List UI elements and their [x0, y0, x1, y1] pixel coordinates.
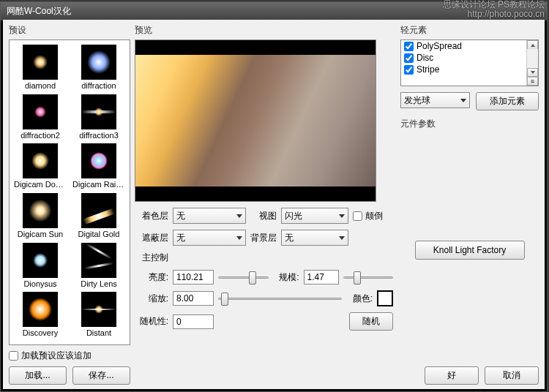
save-button[interactable]: 保存...: [72, 366, 130, 385]
element-checkbox[interactable]: [404, 65, 414, 75]
add-element-button[interactable]: 添加元素: [476, 92, 539, 110]
preview-panel: 预览 着色层 无 视图 闪光 颠倒: [135, 20, 395, 389]
element-item[interactable]: Stripe: [401, 64, 526, 75]
preset-thumb: [23, 292, 58, 327]
elements-scrollbar[interactable]: ≡: [526, 40, 538, 86]
preset-label: Digital Gold: [72, 230, 125, 238]
scroll-menu-icon[interactable]: ≡: [527, 77, 538, 86]
random-label: 随机性:: [136, 315, 168, 328]
preset-item[interactable]: Discovery: [14, 292, 67, 340]
preset-thumb: [81, 143, 116, 178]
preset-thumb: [23, 143, 58, 178]
preset-item[interactable]: Distant: [72, 292, 125, 340]
preset-thumb: [81, 193, 116, 228]
cancel-button[interactable]: 取消: [485, 366, 539, 385]
preset-label: diffraction3: [72, 131, 125, 140]
preview-viewport[interactable]: [135, 39, 376, 202]
scale-input[interactable]: 1.47: [304, 270, 339, 284]
zoom-input[interactable]: 8.00: [173, 291, 214, 306]
preset-label: diffraction2: [14, 131, 67, 140]
preset-thumb: [81, 45, 116, 80]
preset-label: Digicam Doubl...: [14, 180, 67, 189]
elements-panel: 轻元素 PolySpread Disc Stripe ≡ 发光球 添加元素 元件…: [395, 20, 545, 389]
element-checkbox[interactable]: [404, 53, 414, 63]
preset-item[interactable]: Dirty Lens: [72, 243, 125, 291]
preset-item[interactable]: Digicam Rainbo...: [72, 143, 125, 192]
presets-panel: 预设 diamonddiffractiondiffraction2diffrac…: [3, 20, 135, 389]
params-label: 元件参数: [400, 118, 539, 130]
presets-listbox[interactable]: diamonddiffractiondiffraction2diffractio…: [9, 39, 130, 345]
brightness-input[interactable]: 110.21: [173, 270, 214, 284]
preset-label: diamond: [14, 81, 67, 90]
append-preset-input[interactable]: [9, 351, 18, 361]
mask-layer-label: 遮蔽层: [136, 232, 168, 244]
append-preset-label: 加载预设应该追加: [21, 350, 92, 362]
elements-label: 轻元素: [400, 24, 539, 37]
mask-layer-select[interactable]: 无: [173, 230, 246, 246]
element-item[interactable]: PolySpread: [401, 40, 526, 52]
preset-thumb: [23, 193, 58, 228]
scale-slider[interactable]: [343, 270, 394, 284]
preset-item[interactable]: Digicam Doubl...: [14, 143, 67, 192]
ok-button[interactable]: 好: [425, 366, 479, 385]
preset-label: Distant: [72, 328, 125, 337]
watermark: 思缘设计论坛 PS教程论坛 http://photo.poco.cn: [443, 0, 545, 19]
preset-thumb: [81, 94, 116, 129]
color-swatch[interactable]: [377, 290, 393, 306]
brightness-label: 亮度:: [136, 271, 168, 284]
zoom-slider[interactable]: [218, 291, 342, 306]
preset-label: Dionysus: [14, 279, 67, 288]
invert-checkbox[interactable]: 颠倒: [353, 210, 383, 222]
element-label: PolySpread: [417, 41, 462, 51]
main-control-label: 主控制: [136, 252, 168, 264]
color-layer-label: 着色层: [136, 210, 168, 222]
preset-item[interactable]: diffraction3: [72, 94, 125, 143]
preset-item[interactable]: Dionysus: [14, 243, 67, 291]
preset-label: diffraction: [72, 81, 125, 90]
element-label: Disc: [417, 53, 433, 63]
preset-item[interactable]: diffraction2: [14, 94, 67, 143]
elements-listbox[interactable]: PolySpread Disc Stripe ≡: [400, 39, 539, 86]
presets-label: 预设: [9, 24, 130, 37]
preset-thumb: [81, 292, 116, 327]
load-button[interactable]: 加载...: [9, 366, 67, 385]
dialog-window: 网酷W-Cool汉化 预设 diamonddiffractiondiffract…: [0, 1, 548, 392]
preset-label: Discovery: [14, 328, 67, 337]
element-item[interactable]: Disc: [401, 52, 526, 64]
color-layer-select[interactable]: 无: [173, 208, 246, 224]
append-preset-checkbox[interactable]: 加载预设应该追加: [9, 350, 130, 362]
preset-thumb: [23, 243, 58, 278]
preset-item[interactable]: Digicam Sun: [14, 193, 67, 241]
dialog-content: 预设 diamonddiffractiondiffraction2diffrac…: [3, 20, 545, 389]
view-label: 视图: [250, 210, 277, 222]
preset-label: Digicam Rainbo...: [72, 180, 125, 189]
preset-thumb: [23, 45, 58, 80]
zoom-label: 缩放:: [136, 293, 168, 305]
brightness-slider[interactable]: [218, 270, 269, 284]
preview-image: [135, 55, 376, 186]
knoll-light-factory-button[interactable]: Knoll Light Factory: [415, 241, 525, 260]
preset-item[interactable]: Digital Gold: [72, 193, 125, 241]
preset-label: Dirty Lens: [72, 279, 125, 288]
bg-layer-label: 背景层: [250, 232, 277, 244]
bg-layer-select[interactable]: 无: [281, 230, 348, 246]
glow-type-select[interactable]: 发光球: [400, 92, 470, 108]
element-label: Stripe: [417, 64, 439, 75]
preview-label: 预览: [135, 24, 395, 37]
preset-thumb: [81, 243, 116, 278]
preset-thumb: [23, 94, 58, 129]
scroll-down-icon[interactable]: [527, 68, 538, 77]
random-button[interactable]: 随机: [349, 312, 393, 331]
preset-item[interactable]: diamond: [14, 45, 67, 93]
color-label: 颜色:: [346, 293, 373, 305]
element-checkbox[interactable]: [404, 42, 414, 51]
random-input[interactable]: 0: [173, 314, 214, 329]
window-title: 网酷W-Cool汉化: [7, 6, 71, 16]
preset-item[interactable]: diffraction: [72, 45, 125, 93]
view-select[interactable]: 闪光: [281, 208, 348, 224]
scroll-up-icon[interactable]: [527, 40, 538, 49]
preset-label: Digicam Sun: [14, 230, 67, 238]
scale-label: 规模:: [273, 271, 299, 284]
